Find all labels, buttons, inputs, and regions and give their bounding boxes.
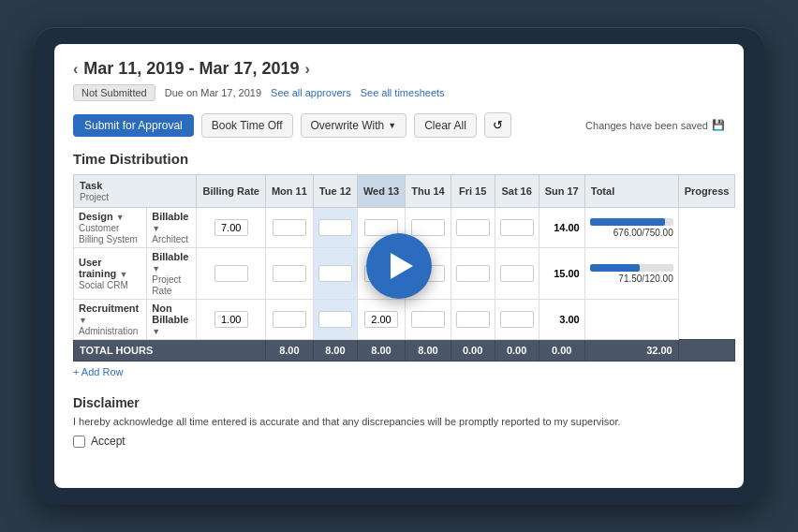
total-mon: 8.00 <box>265 340 313 362</box>
row-progress: 71.50/120.00 <box>584 248 678 300</box>
overwrite-with-button[interactable]: Overwrite With ▼ <box>301 113 407 138</box>
th-fri: Fri 15 <box>451 175 495 208</box>
day-wed-cell[interactable] <box>313 300 357 340</box>
day-sun-cell[interactable] <box>495 248 539 300</box>
row-total: 14.00 <box>539 208 584 248</box>
day-sun-input[interactable] <box>500 265 534 282</box>
day-mon-input[interactable] <box>214 311 248 328</box>
row-total: 3.00 <box>539 300 584 340</box>
day-thu-input[interactable] <box>364 311 398 328</box>
accept-row: Accept <box>73 435 725 448</box>
day-mon-cell[interactable] <box>197 248 266 300</box>
accept-label: Accept <box>91 435 126 448</box>
section-title: Time Distribution <box>73 151 725 167</box>
overwrite-dropdown-arrow: ▼ <box>388 121 396 130</box>
prev-arrow[interactable]: ‹ <box>73 61 78 78</box>
th-task: TaskProject <box>74 175 197 208</box>
row-progress <box>584 300 678 340</box>
day-wed-input[interactable] <box>318 311 352 328</box>
day-wed-cell[interactable] <box>313 248 357 300</box>
day-sat-cell[interactable] <box>451 300 495 340</box>
day-sun-input[interactable] <box>500 311 534 328</box>
overwrite-with-label: Overwrite With <box>311 119 385 132</box>
due-text: Due on Mar 17, 2019 <box>165 87 261 98</box>
save-icon: 💾 <box>712 119 725 131</box>
refresh-button[interactable]: ↺ <box>484 112 511 138</box>
day-fri-cell[interactable] <box>406 300 451 340</box>
table-row: Recruitment ▼AdministrationNon Billable … <box>74 300 735 340</box>
day-mon-cell[interactable] <box>197 300 266 340</box>
date-range: Mar 11, 2019 - Mar 17, 2019 <box>83 59 299 79</box>
th-billing-rate: Billing Rate <box>197 175 266 208</box>
day-sat-input[interactable] <box>456 311 490 328</box>
disclaimer-section: Disclaimer I hereby acknowledge all time… <box>73 395 725 448</box>
th-sat: Sat 16 <box>495 175 539 208</box>
total-progress <box>678 340 735 362</box>
book-time-off-button[interactable]: Book Time Off <box>201 113 293 138</box>
day-sat-cell[interactable] <box>451 248 495 300</box>
day-sun-cell[interactable] <box>495 208 539 248</box>
day-sun-cell[interactable] <box>495 300 539 340</box>
submit-approval-button[interactable]: Submit for Approval <box>73 114 194 137</box>
day-mon-input[interactable] <box>214 219 248 236</box>
th-progress: Progress <box>678 175 735 208</box>
row-total: 15.00 <box>539 248 584 300</box>
day-mon-input[interactable] <box>214 265 248 282</box>
day-wed-input[interactable] <box>318 219 352 236</box>
day-mon-cell[interactable] <box>197 208 266 248</box>
status-bar: Not Submitted Due on Mar 17, 2019 See al… <box>73 84 725 101</box>
day-sat-cell[interactable] <box>451 208 495 248</box>
day-sun-input[interactable] <box>500 219 534 236</box>
day-tue-input[interactable] <box>273 219 306 236</box>
total-sun: 0.00 <box>539 340 584 362</box>
day-tue-cell[interactable] <box>265 208 313 248</box>
row-progress: 676.00/750.00 <box>584 208 678 248</box>
next-arrow[interactable]: › <box>304 61 309 78</box>
total-thu: 8.00 <box>406 340 451 362</box>
total-total: 32.00 <box>584 340 678 362</box>
th-thu: Thu 14 <box>406 175 451 208</box>
date-navigation: ‹ Mar 11, 2019 - Mar 17, 2019 › <box>73 59 310 79</box>
add-row-link[interactable]: + Add Row <box>73 362 124 382</box>
day-wed-cell[interactable] <box>313 208 357 248</box>
total-wed: 8.00 <box>357 340 405 362</box>
billing-rate-cell: Billable ▼Project Rate <box>147 248 197 300</box>
day-tue-input[interactable] <box>273 311 306 328</box>
day-sat-input[interactable] <box>456 219 490 236</box>
th-wed: Wed 13 <box>357 175 405 208</box>
total-tue: 8.00 <box>313 340 357 362</box>
date-header: ‹ Mar 11, 2019 - Mar 17, 2019 › <box>73 59 725 79</box>
disclaimer-text: I hereby acknowledge all time entered is… <box>73 416 725 427</box>
clear-all-button[interactable]: Clear All <box>414 113 477 138</box>
total-fri: 0.00 <box>451 340 495 362</box>
total-sat: 0.00 <box>495 340 539 362</box>
billing-rate-cell: Non Billable ▼ <box>147 300 197 340</box>
day-sat-input[interactable] <box>456 265 490 282</box>
th-total: Total <box>584 175 678 208</box>
play-button[interactable] <box>366 233 432 299</box>
total-label: TOTAL HOURS <box>74 340 266 362</box>
total-row: TOTAL HOURS 8.00 8.00 8.00 8.00 0.00 0.0… <box>74 340 735 362</box>
day-wed-input[interactable] <box>318 265 352 282</box>
th-sun: Sun 17 <box>539 175 584 208</box>
saved-status: Changes have been saved 💾 <box>585 119 725 131</box>
disclaimer-title: Disclaimer <box>73 395 725 410</box>
see-approvers-link[interactable]: See all approvers <box>271 87 351 98</box>
day-fri-input[interactable] <box>411 311 445 328</box>
th-tue: Tue 12 <box>313 175 357 208</box>
day-thu-cell[interactable] <box>357 300 405 340</box>
th-mon: Mon 11 <box>265 175 313 208</box>
see-timesheets-link[interactable]: See all timesheets <box>361 87 445 98</box>
day-tue-input[interactable] <box>273 265 306 282</box>
device-frame: ‹ Mar 11, 2019 - Mar 17, 2019 › Not Subm… <box>34 27 764 505</box>
toolbar: Submit for Approval Book Time Off Overwr… <box>73 112 725 138</box>
status-badge: Not Submitted <box>73 84 155 101</box>
saved-text-label: Changes have been saved <box>585 120 708 131</box>
billing-rate-cell: Billable ▼Architect <box>147 208 197 248</box>
accept-checkbox[interactable] <box>73 436 85 448</box>
day-tue-cell[interactable] <box>265 300 313 340</box>
day-tue-cell[interactable] <box>265 248 313 300</box>
day-fri-input[interactable] <box>411 219 445 236</box>
screen: ‹ Mar 11, 2019 - Mar 17, 2019 › Not Subm… <box>54 44 744 488</box>
